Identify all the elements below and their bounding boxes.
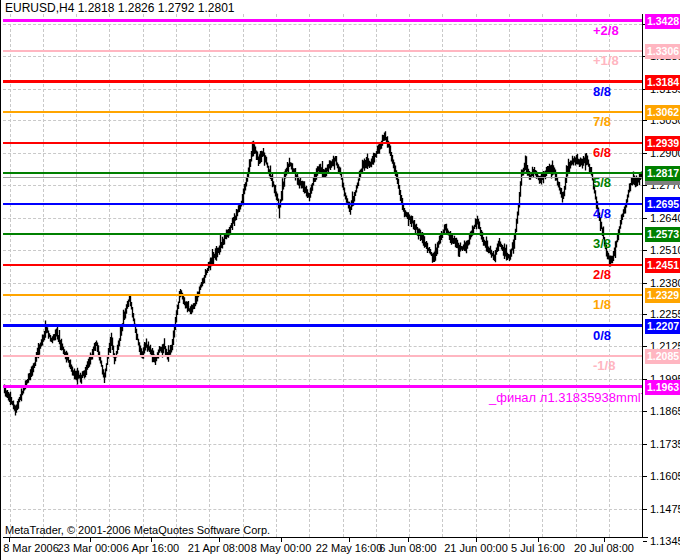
x-axis-label: 6 Jun 08:00: [379, 542, 437, 554]
x-axis-tick: [538, 538, 539, 542]
murrey-level-line: [3, 324, 642, 327]
y-axis-label: 1.1865: [650, 405, 680, 417]
murrey-level-line: [3, 385, 642, 388]
price-tag: 1.1963: [645, 380, 680, 395]
murrey-level-line: [3, 50, 642, 52]
murrey-level-label: 1/8: [593, 297, 611, 312]
x-axis-label: 22 May 16:00: [316, 542, 383, 554]
y-axis-tick: [643, 185, 647, 186]
y-axis-tick: [643, 153, 647, 154]
chart-title: EURUSD,H4 1.2818 1.2826 1.2792 1.2801: [5, 1, 235, 15]
murrey-level-label: 4/8: [593, 206, 611, 221]
y-axis-tick: [643, 250, 647, 251]
price-tag: 1.3306: [645, 44, 680, 59]
murrey-level-label: 2/8: [593, 267, 611, 282]
murrey-level-line: [3, 264, 642, 266]
title-bar: EURUSD,H4 1.2818 1.2826 1.2792 1.2801: [1, 0, 680, 14]
murrey-level-label: 8/8: [593, 84, 611, 99]
copyright-text: MetaTrader, © 2001-2006 MetaQuotes Softw…: [5, 524, 270, 536]
murrey-level-label: +2/8: [593, 23, 619, 38]
candlestick-series: [3, 14, 642, 537]
y-axis-label: 1.1605: [650, 470, 680, 482]
x-axis-label: 23 Mar 00:00: [58, 542, 123, 554]
y-axis-tick: [643, 346, 647, 347]
y-axis-tick: [643, 218, 647, 219]
price-tag: 1.3184: [645, 75, 680, 90]
y-axis: 1.34151.32851.31551.30301.29001.27701.26…: [643, 0, 680, 560]
y-axis-label: 1.1475: [650, 503, 680, 515]
murrey-level-line: [3, 203, 642, 205]
price-tag: 1.2207: [645, 319, 680, 334]
price-tag: 1.2695: [645, 197, 680, 212]
x-axis-label: 8 Mar 2006: [3, 542, 59, 554]
murrey-level-line: [3, 355, 642, 357]
price-tag: 1.2329: [645, 288, 680, 303]
x-axis-tick: [9, 538, 10, 542]
murrey-level-label: +1/8: [593, 53, 619, 68]
murrey-level-label: 0/8: [593, 328, 611, 343]
murrey-level-line: [3, 172, 642, 174]
y-axis-tick: [643, 120, 647, 121]
y-axis-tick: [643, 444, 647, 445]
x-axis-label: 6 Apr 16:00: [123, 542, 179, 554]
murrey-level-line: [3, 294, 642, 296]
y-axis-label: 1.2510: [650, 244, 680, 256]
x-axis-tick: [281, 538, 282, 542]
x-axis-label: 8 May 00:00: [251, 542, 312, 554]
y-axis-tick: [643, 314, 647, 315]
price-tag: 1.2573: [645, 227, 680, 242]
price-tag: 1.2817: [645, 166, 680, 181]
x-axis-tick: [349, 538, 350, 542]
x-axis-tick: [408, 538, 409, 542]
y-axis-tick: [643, 411, 647, 412]
x-axis-line: [3, 537, 648, 538]
price-tag: 1.2451: [645, 258, 680, 273]
murrey-level-label: 6/8: [593, 145, 611, 160]
x-axis-tick: [219, 538, 220, 542]
current-price-line: [3, 177, 642, 178]
plot-area[interactable]: _финал л1.31835938mml7 MetaTrader, © 200…: [3, 14, 642, 537]
y-axis-label: 1.2255: [650, 308, 680, 320]
x-axis-tick: [604, 538, 605, 542]
x-axis-label: 21 Jun 00:00: [444, 542, 508, 554]
price-tag: 1.2085: [645, 349, 680, 364]
murrey-level-label: 7/8: [593, 114, 611, 129]
y-axis-label: 1.1345: [650, 535, 680, 547]
x-axis-tick: [151, 538, 152, 542]
x-axis: 8 Mar 200623 Mar 00:006 Apr 16:0021 Apr …: [1, 538, 643, 560]
annotation-text: _финал л1.31835938mml7: [489, 390, 642, 405]
x-axis-label: 20 Jul 08:00: [574, 542, 634, 554]
murrey-level-line: [3, 19, 642, 22]
y-axis-line: [642, 14, 643, 538]
murrey-level-label: -1/8: [593, 358, 615, 373]
y-axis-label: 1.2380: [650, 277, 680, 289]
chart-window: _финал л1.31835938mml7 MetaTrader, © 200…: [0, 0, 680, 560]
price-tag: 1.2939: [645, 136, 680, 151]
x-axis-label: 5 Jul 16:00: [511, 542, 565, 554]
y-axis-tick: [643, 509, 647, 510]
murrey-level-line: [3, 111, 642, 113]
murrey-level-line: [3, 80, 642, 83]
y-axis-label: 1.1735: [650, 438, 680, 450]
price-tag: 1.3062: [645, 105, 680, 120]
x-axis-tick: [476, 538, 477, 542]
y-axis-tick: [643, 476, 647, 477]
y-axis-tick: [643, 283, 647, 284]
price-tag: 1.3428: [645, 14, 680, 29]
x-axis-tick: [90, 538, 91, 542]
murrey-level-label: 5/8: [593, 175, 611, 190]
murrey-level-label: 3/8: [593, 236, 611, 251]
murrey-level-line: [3, 233, 642, 235]
y-axis-label: 1.2640: [650, 212, 680, 224]
x-axis-label: 21 Apr 08:00: [188, 542, 250, 554]
murrey-level-line: [3, 142, 642, 144]
y-axis-tick: [643, 541, 647, 542]
